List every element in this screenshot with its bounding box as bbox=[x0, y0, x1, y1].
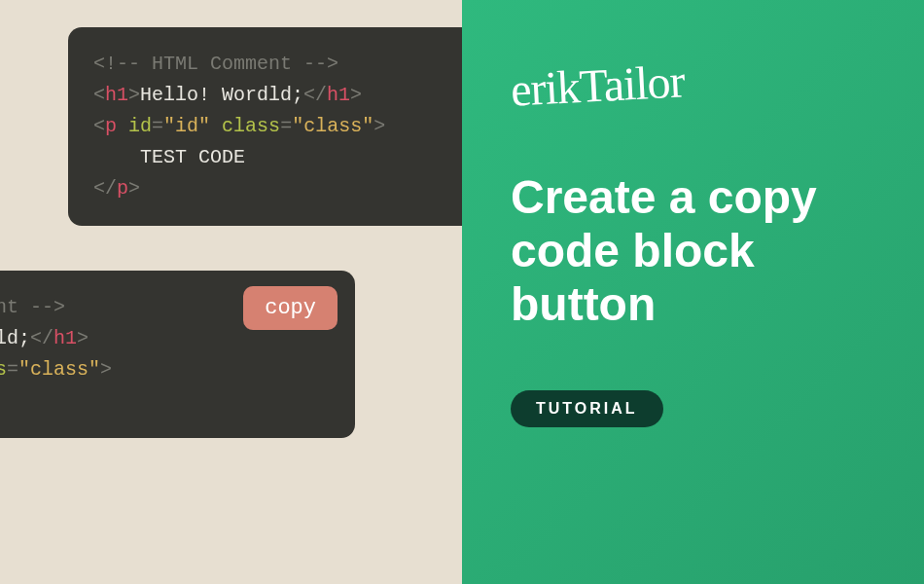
page-title: Create a copy code block button bbox=[511, 170, 875, 332]
right-panel: erikTailor Create a copy code block butt… bbox=[462, 0, 924, 584]
code-line-p-close: </p> bbox=[93, 173, 510, 204]
code-line-p-open: d" class="class"> bbox=[0, 354, 330, 385]
code-line-p-open: <p id="id" class="class"> bbox=[93, 111, 510, 142]
brand-logo: erikTailor bbox=[510, 54, 686, 116]
copy-button[interactable]: copy bbox=[243, 286, 338, 330]
code-line-comment: <!-- HTML Comment --> bbox=[93, 49, 510, 80]
code-line-h1: <h1>Hello! Wordld;</h1> bbox=[93, 80, 510, 111]
code-line-text: TEST CODE bbox=[93, 142, 510, 173]
code-line-text: ODE bbox=[0, 385, 330, 417]
code-block-secondary: copy L Comment --> o! Wordld;</h1> d" cl… bbox=[0, 271, 355, 438]
category-badge: TUTORIAL bbox=[511, 390, 663, 427]
left-panel: <!-- HTML Comment --> <h1>Hello! Wordld;… bbox=[0, 0, 462, 584]
